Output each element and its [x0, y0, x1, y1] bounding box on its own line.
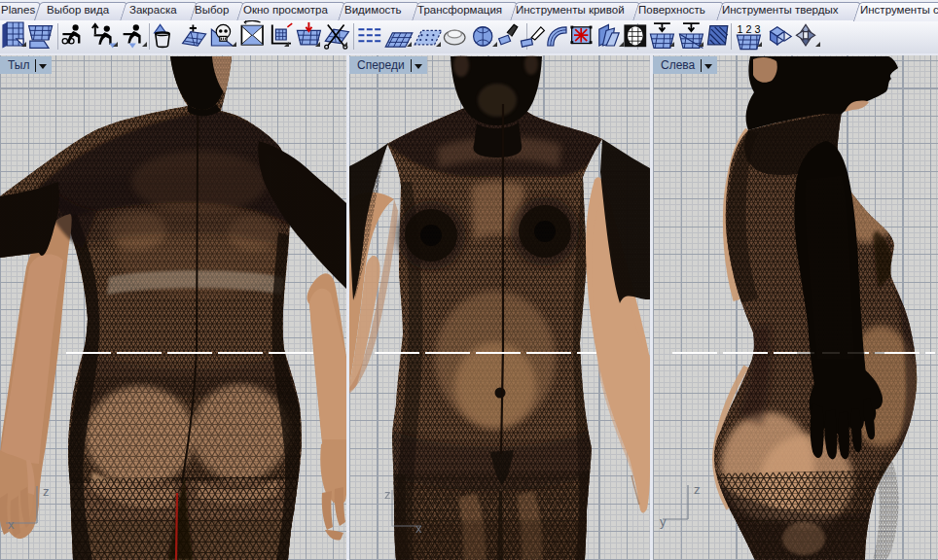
svg-text:z: z — [694, 482, 701, 497]
svg-text:z: z — [43, 484, 50, 499]
svg-text:1 2 3: 1 2 3 — [737, 23, 760, 35]
svg-text:y: y — [660, 514, 667, 529]
svg-text:x: x — [415, 521, 422, 536]
svg-text:z: z — [384, 487, 391, 502]
svg-text:x: x — [8, 517, 15, 532]
